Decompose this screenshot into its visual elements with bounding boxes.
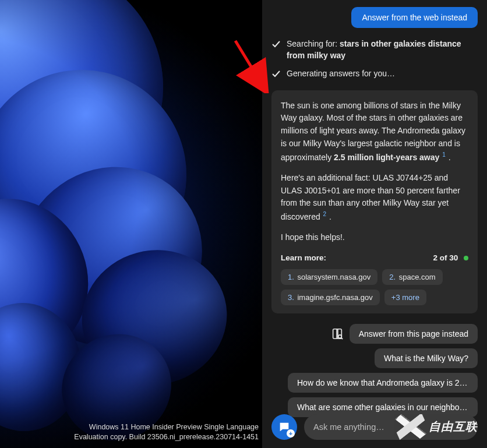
status-dot-icon xyxy=(464,256,468,260)
answer-text: I hope this helps!. xyxy=(281,231,468,244)
answer-from-web-button[interactable]: Answer from the web instead xyxy=(351,7,478,28)
source-number: 1. xyxy=(288,273,294,281)
learn-more-label: Learn more: xyxy=(281,252,326,264)
chat-panel: Answer from the web instead Searching fo… xyxy=(262,0,487,448)
page-context-icon xyxy=(331,327,344,340)
status-generating: Generating answers for you… xyxy=(271,68,478,82)
check-icon xyxy=(271,40,281,52)
source-number: 2. xyxy=(389,273,396,281)
windows-watermark: Windows 11 Home Insider Preview Single L… xyxy=(74,422,259,442)
answer-text: . xyxy=(327,212,331,221)
answer-card: The sun is one among billions of stars i… xyxy=(271,90,478,313)
source-host: solarsystem.nasa.gov xyxy=(297,273,370,281)
chat-input-row: + 自由互联 xyxy=(271,414,478,440)
answer-text: . xyxy=(446,152,451,161)
source-chip[interactable]: 1. solarsystem.nasa.gov xyxy=(281,269,377,285)
response-counter: 2 of 30 xyxy=(433,253,458,262)
check-icon xyxy=(271,69,281,82)
suggestion-area: Answer from this page instead What is th… xyxy=(271,324,478,417)
status-prefix: Searching for: xyxy=(287,39,340,48)
answer-from-page-button[interactable]: Answer from this page instead xyxy=(350,324,478,344)
source-host: imagine.gsfc.nasa.gov xyxy=(297,293,372,302)
source-host: space.com xyxy=(399,273,436,281)
source-more-button[interactable]: +3 more xyxy=(384,290,426,305)
new-topic-button[interactable]: + xyxy=(271,414,297,440)
watermark-line: Windows 11 Home Insider Preview Single L… xyxy=(74,422,259,432)
wallpaper-vignette xyxy=(0,0,262,448)
answer-bold: 2.5 million light-years away xyxy=(334,152,439,161)
desktop-wallpaper: Windows 11 Home Insider Preview Single L… xyxy=(0,0,262,448)
citation-link[interactable]: 1 xyxy=(442,151,446,158)
watermark-line: Evaluation copy. Build 23506.ni_prerelea… xyxy=(74,432,259,442)
source-chip[interactable]: 3. imagine.gsfc.nasa.gov xyxy=(281,290,380,305)
suggestion-button[interactable]: How do we know that Andromeda galaxy is … xyxy=(288,373,478,393)
ask-input[interactable] xyxy=(313,422,468,432)
answer-text: Here's an additional fact: ULAS J0744+25… xyxy=(281,173,460,221)
ask-input-wrapper[interactable]: 自由互联 xyxy=(304,414,478,440)
source-number: 3. xyxy=(288,293,294,302)
source-chip[interactable]: 2. space.com xyxy=(382,269,442,285)
source-list: 1. solarsystem.nasa.gov 2. space.com 3. … xyxy=(281,269,468,305)
plus-icon: + xyxy=(287,429,295,438)
status-text: Generating answers for you… xyxy=(287,68,478,80)
suggestion-button[interactable]: What is the Milky Way? xyxy=(375,348,478,368)
status-searching: Searching for: stars in other galaxies d… xyxy=(271,38,478,61)
